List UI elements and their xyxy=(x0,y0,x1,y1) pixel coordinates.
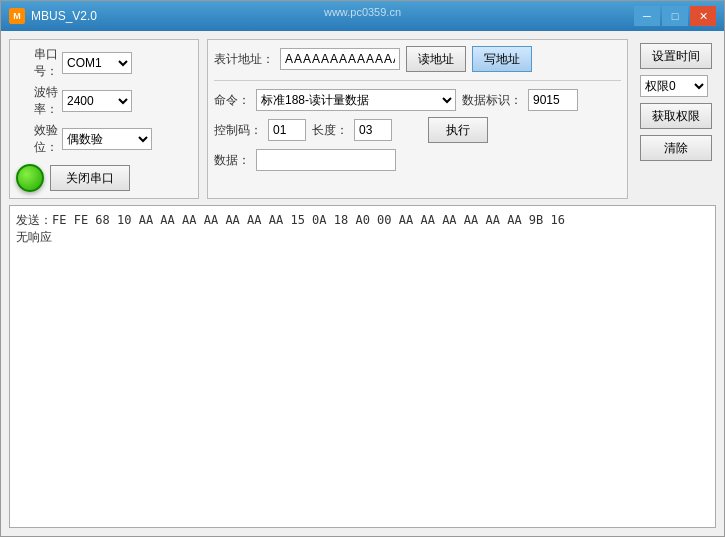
data-input[interactable] xyxy=(256,149,396,171)
cmd-row: 命令： 标准188-读计量数据 标准188-写地址 标准188-读地址 数据标识… xyxy=(214,89,621,111)
data-label: 数据： xyxy=(214,152,250,169)
main-window: M MBUS_V2.0 www.pc0359.cn ─ □ ✕ 串口号： COM… xyxy=(0,0,725,537)
log-line-1: 发送：FE FE 68 10 AA AA AA AA AA AA AA 15 0… xyxy=(16,212,709,229)
ctrl-row: 控制码： 长度： 执行 xyxy=(214,117,621,143)
connection-status-indicator xyxy=(16,164,44,192)
set-time-button[interactable]: 设置时间 xyxy=(640,43,712,69)
right-panel: 表计地址： 读地址 写地址 命令： 标准188-读计量数据 标准188-写地址 … xyxy=(207,39,628,199)
baud-label: 波特率： xyxy=(16,84,58,118)
app-icon: M xyxy=(9,8,25,24)
parity-row: 效验位： 偶数验 奇数验 无校验 xyxy=(16,122,192,156)
port-row: 串口号： COM1 COM2 COM3 COM4 xyxy=(16,46,192,80)
baud-row: 波特率： 1200 2400 4800 9600 xyxy=(16,84,192,118)
length-label: 长度： xyxy=(312,122,348,139)
addr-label: 表计地址： xyxy=(214,51,274,68)
clear-button[interactable]: 清除 xyxy=(640,135,712,161)
data-id-label: 数据标识： xyxy=(462,92,522,109)
left-panel: 串口号： COM1 COM2 COM3 COM4 波特率： 1200 2400 … xyxy=(9,39,199,199)
addr-row: 表计地址： 读地址 写地址 xyxy=(214,46,621,72)
port-select[interactable]: COM1 COM2 COM3 COM4 xyxy=(62,52,132,74)
parity-label: 效验位： xyxy=(16,122,58,156)
close-port-button[interactable]: 关闭串口 xyxy=(50,165,130,191)
log-area: 发送：FE FE 68 10 AA AA AA AA AA AA AA 15 0… xyxy=(9,205,716,528)
addr-buttons: 读地址 写地址 xyxy=(406,46,532,72)
permission-row: 权限0 权限1 权限2 xyxy=(640,75,712,97)
addr-input[interactable] xyxy=(280,48,400,70)
read-addr-button[interactable]: 读地址 xyxy=(406,46,466,72)
baud-select[interactable]: 1200 2400 4800 9600 xyxy=(62,90,132,112)
far-right-panel: 设置时间 权限0 权限1 权限2 获取权限 清除 xyxy=(636,39,716,199)
permission-select[interactable]: 权限0 权限1 权限2 xyxy=(640,75,708,97)
exec-button[interactable]: 执行 xyxy=(428,117,488,143)
window-controls: ─ □ ✕ xyxy=(634,6,716,26)
data-id-input[interactable] xyxy=(528,89,578,111)
main-content: 串口号： COM1 COM2 COM3 COM4 波特率： 1200 2400 … xyxy=(1,31,724,536)
cmd-select[interactable]: 标准188-读计量数据 标准188-写地址 标准188-读地址 xyxy=(256,89,456,111)
parity-select[interactable]: 偶数验 奇数验 无校验 xyxy=(62,128,152,150)
port-label: 串口号： xyxy=(16,46,58,80)
close-button[interactable]: ✕ xyxy=(690,6,716,26)
watermark: www.pc0359.cn xyxy=(324,6,401,18)
ctrl-label: 控制码： xyxy=(214,122,262,139)
action-row: 关闭串口 xyxy=(16,164,192,192)
separator xyxy=(214,80,621,81)
write-addr-button[interactable]: 写地址 xyxy=(472,46,532,72)
title-bar: M MBUS_V2.0 www.pc0359.cn ─ □ ✕ xyxy=(1,1,724,31)
length-input[interactable] xyxy=(354,119,392,141)
maximize-button[interactable]: □ xyxy=(662,6,688,26)
get-permission-button[interactable]: 获取权限 xyxy=(640,103,712,129)
ctrl-code-input[interactable] xyxy=(268,119,306,141)
top-section: 串口号： COM1 COM2 COM3 COM4 波特率： 1200 2400 … xyxy=(9,39,716,199)
minimize-button[interactable]: ─ xyxy=(634,6,660,26)
data-row: 数据： xyxy=(214,149,621,171)
log-line-2: 无响应 xyxy=(16,229,709,246)
cmd-label: 命令： xyxy=(214,92,250,109)
